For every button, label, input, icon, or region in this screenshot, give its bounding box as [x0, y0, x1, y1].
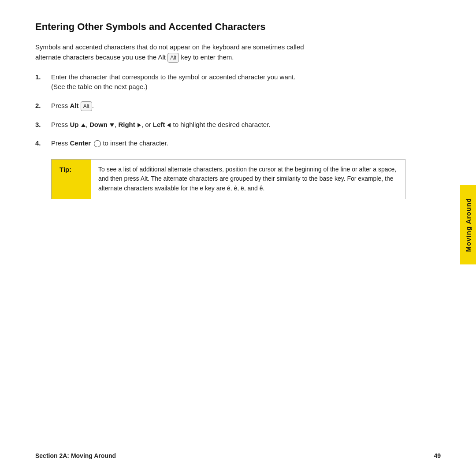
page-title: Entering Other Symbols and Accented Char… — [35, 21, 405, 33]
step-3-left: Left — [153, 121, 165, 128]
step-3: 3. Press Up , Down , Right , or Left to … — [35, 120, 405, 130]
sidebar-tab-label: Moving Around — [465, 198, 472, 252]
step-2-number: 2. — [35, 101, 51, 111]
arrow-right-icon — [138, 123, 141, 127]
step-3-down: Down — [89, 121, 108, 128]
step-4: 4. Press Center to insert the character. — [35, 138, 405, 149]
step-3-or: , or — [141, 121, 153, 128]
intro-line1: Symbols and accented characters that do … — [35, 43, 304, 51]
page-footer: Section 2A: Moving Around 49 — [35, 452, 441, 459]
arrow-down-icon — [110, 123, 114, 127]
step-1-number: 1. — [35, 72, 51, 82]
step-3-up: Up — [70, 121, 79, 128]
tip-box: Tip: To see a list of additional alterna… — [51, 159, 405, 199]
step-1-content: Enter the character that corresponds to … — [51, 72, 405, 92]
step-3-suffix: to highlight the desired character. — [171, 121, 270, 128]
arrow-up-icon — [81, 123, 86, 127]
step-4-number: 4. — [35, 138, 51, 149]
step-4-content: Press Center to insert the character. — [51, 138, 405, 149]
step-3-comma1: , — [86, 121, 89, 128]
arrow-left-icon — [167, 123, 171, 127]
sidebar-tab: Moving Around — [460, 185, 476, 264]
footer-page-number: 49 — [434, 452, 441, 459]
step-3-prefix: Press — [51, 121, 70, 128]
step-4-center: Center — [70, 139, 91, 147]
step-1: 1. Enter the character that corresponds … — [35, 72, 405, 92]
step-2-alt-bold: Alt — [70, 102, 79, 109]
step-4-prefix: Press — [51, 139, 70, 147]
step-2-alt-badge: Alt — [81, 101, 92, 111]
step-3-number: 3. — [35, 120, 51, 130]
steps-list: 1. Enter the character that corresponds … — [35, 72, 405, 149]
tip-content: To see a list of additional alternate ch… — [91, 160, 405, 199]
intro-paragraph: Symbols and accented characters that do … — [35, 42, 405, 63]
alt-key-badge: Alt — [167, 53, 179, 63]
intro-line2: alternate characters because you use the… — [35, 53, 166, 61]
step-2: 2. Press Alt Alt. — [35, 101, 405, 111]
step-3-right: Right — [118, 121, 135, 128]
tip-label: Tip: — [52, 160, 91, 199]
step-3-content: Press Up , Down , Right , or Left to hig… — [51, 120, 405, 130]
intro-line2-suffix: key to enter them. — [181, 53, 234, 61]
center-button-icon — [94, 140, 101, 147]
step-2-content: Press Alt Alt. — [51, 101, 405, 111]
footer-section: Section 2A: Moving Around — [35, 452, 116, 459]
step-4-suffix: to insert the character. — [103, 139, 168, 147]
